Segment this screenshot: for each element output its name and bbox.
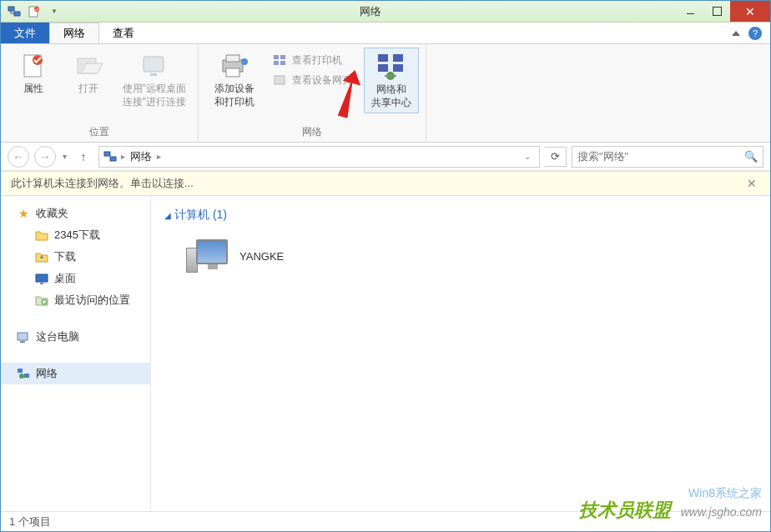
quick-access-toolbar: ▼ xyxy=(1,3,64,21)
address-dropdown-icon[interactable]: ⌄ xyxy=(519,152,536,161)
notification-close-button[interactable]: ✕ xyxy=(743,177,760,190)
recent-label: 最近访问的位置 xyxy=(54,293,130,308)
ribbon-group-network: 添加设备 和打印机 查看打印机 查看设备网页 xyxy=(199,44,426,142)
network-icon xyxy=(4,3,24,21)
downloads-label: 下载 xyxy=(54,249,76,264)
svg-rect-16 xyxy=(280,61,285,65)
svg-rect-23 xyxy=(104,152,110,156)
svg-rect-25 xyxy=(36,274,48,282)
forward-button[interactable]: → xyxy=(34,146,56,168)
svg-rect-13 xyxy=(274,55,279,59)
view-device-page-button[interactable]: 查看设备网页 xyxy=(267,71,357,89)
svg-rect-17 xyxy=(275,76,285,84)
svg-rect-19 xyxy=(393,54,403,62)
window-controls: ✕ xyxy=(677,1,770,22)
notification-bar[interactable]: 此计算机未连接到网络。单击以连接... ✕ xyxy=(1,171,770,196)
svg-point-32 xyxy=(19,374,24,379)
item-grid: YANGKE xyxy=(164,228,757,284)
ribbon: 属性 打开 使用"远程桌面 连接"进行连接 位置 xyxy=(1,44,770,143)
item-count: 1 个项目 xyxy=(9,514,51,529)
svg-rect-20 xyxy=(378,64,388,72)
sidebar-2345-downloads[interactable]: 2345下载 xyxy=(1,224,150,246)
breadcrumb-sep-icon[interactable]: ▸ xyxy=(157,152,161,161)
svg-rect-18 xyxy=(378,54,388,62)
this-pc-label: 这台电脑 xyxy=(36,329,79,344)
breadcrumb-network[interactable]: 网络 xyxy=(128,149,154,164)
add-devices-label-1: 添加设备 xyxy=(214,83,254,96)
open-icon xyxy=(73,51,103,81)
add-devices-button[interactable]: 添加设备 和打印机 xyxy=(205,48,264,112)
back-button[interactable]: ← xyxy=(8,146,29,168)
printer-icon xyxy=(219,51,249,81)
rdp-label-2: 连接"进行连接 xyxy=(123,96,186,109)
address-bar[interactable]: ▸ 网络 ▸ ⌄ xyxy=(98,146,540,168)
tab-view[interactable]: 查看 xyxy=(99,23,148,43)
properties-icon[interactable] xyxy=(24,3,44,21)
svg-rect-0 xyxy=(8,7,14,11)
network-path-icon xyxy=(103,149,118,164)
group-network-label: 网络 xyxy=(205,123,419,142)
refresh-button[interactable]: ⟳ xyxy=(545,147,567,167)
view-device-page-label: 查看设备网页 xyxy=(292,73,352,88)
network-label: 网络 xyxy=(36,366,58,381)
breadcrumb-sep-icon[interactable]: ▸ xyxy=(121,152,125,161)
maximize-button[interactable] xyxy=(703,1,730,22)
notification-text: 此计算机未连接到网络。单击以连接... xyxy=(11,176,194,191)
svg-rect-15 xyxy=(274,61,279,65)
recent-icon xyxy=(34,293,49,308)
sharing-center-label-2: 共享中心 xyxy=(371,97,411,110)
svg-rect-28 xyxy=(18,333,28,340)
ribbon-tabs: 文件 网络 查看 ? xyxy=(1,23,770,44)
help-icon[interactable]: ? xyxy=(748,27,762,40)
svg-point-12 xyxy=(241,58,248,65)
group-location-label: 位置 xyxy=(8,123,191,142)
tab-network[interactable]: 网络 xyxy=(49,23,99,43)
properties-button[interactable]: 属性 xyxy=(8,48,59,99)
content-pane: ◢ 计算机 (1) YANGKE xyxy=(151,196,770,528)
close-button[interactable]: ✕ xyxy=(730,1,770,22)
computer-icon xyxy=(16,329,31,344)
view-printers-button[interactable]: 查看打印机 xyxy=(267,51,357,69)
rdp-icon xyxy=(139,51,169,81)
sidebar-downloads[interactable]: 下载 xyxy=(1,246,150,268)
2345-downloads-label: 2345下载 xyxy=(54,228,100,243)
window-title: 网络 xyxy=(64,4,677,19)
up-button[interactable]: ↑ xyxy=(73,147,93,167)
rdp-label-1: 使用"远程桌面 xyxy=(123,83,186,96)
svg-rect-30 xyxy=(18,369,23,373)
sidebar-desktop[interactable]: 桌面 xyxy=(1,268,150,289)
address-row: ← → ▾ ↑ ▸ 网络 ▸ ⌄ ⟳ 🔍 xyxy=(1,143,770,171)
svg-rect-10 xyxy=(226,55,239,62)
group-header-computers[interactable]: ◢ 计算机 (1) xyxy=(164,203,757,228)
open-label: 打开 xyxy=(78,83,98,96)
sidebar-network[interactable]: 网络 xyxy=(1,363,150,384)
collapse-ribbon-icon[interactable] xyxy=(732,31,740,36)
view-printers-label: 查看打印机 xyxy=(292,53,342,68)
ribbon-group-location: 属性 打开 使用"远程桌面 连接"进行连接 位置 xyxy=(1,44,199,142)
navigation-pane: ★ 收藏夹 2345下载 下载 桌面 最近访问的位置 xyxy=(1,196,151,528)
search-icon[interactable]: 🔍 xyxy=(744,150,758,163)
history-dropdown-icon[interactable]: ▾ xyxy=(61,152,68,161)
sidebar-this-pc[interactable]: 这台电脑 xyxy=(1,326,150,348)
computer-item[interactable]: YANGKE xyxy=(181,234,287,278)
search-input[interactable] xyxy=(577,150,744,163)
properties-icon xyxy=(18,51,48,81)
sidebar-recent[interactable]: 最近访问的位置 xyxy=(1,289,150,311)
svg-rect-1 xyxy=(14,12,20,16)
status-bar: 1 个项目 xyxy=(1,511,770,531)
sharing-center-button[interactable]: 网络和 共享中心 xyxy=(364,48,419,113)
svg-point-3 xyxy=(34,7,39,12)
group-computers-label: 计算机 (1) xyxy=(174,208,227,223)
svg-rect-14 xyxy=(280,55,285,59)
folder-icon xyxy=(34,228,49,243)
svg-rect-24 xyxy=(110,157,116,161)
network-tree-icon xyxy=(16,366,31,381)
svg-rect-7 xyxy=(144,57,164,72)
device-page-icon xyxy=(272,73,287,88)
search-box[interactable]: 🔍 xyxy=(572,146,763,168)
minimize-button[interactable] xyxy=(677,1,703,22)
dropdown-icon[interactable]: ▼ xyxy=(44,3,64,21)
sidebar-favorites[interactable]: ★ 收藏夹 xyxy=(1,203,150,224)
tab-file[interactable]: 文件 xyxy=(1,23,49,43)
main-area: ★ 收藏夹 2345下载 下载 桌面 最近访问的位置 xyxy=(1,196,770,528)
